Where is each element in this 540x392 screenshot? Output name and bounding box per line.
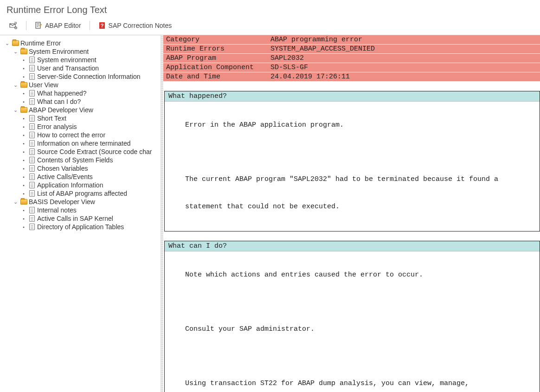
bullet-icon: ▪	[20, 174, 27, 180]
main-area: ⌄ Runtime Error ⌄ System Environment ▪Sy…	[0, 35, 540, 392]
tree-label: Internal notes	[37, 206, 77, 214]
bullet-icon: ▪	[20, 216, 27, 221]
text-line: Error in the ABAP application program.	[168, 121, 536, 130]
abap-editor-button[interactable]: ABAP Editor	[32, 21, 84, 30]
section-heading: What happened?	[165, 91, 540, 102]
tree-node-runtime-error[interactable]: ⌄ Runtime Error	[4, 39, 159, 47]
section-what-happened: What happened? Error in the ABAP applica…	[164, 91, 540, 231]
toolbar: ABAP Editor ? SAP Correction Notes	[0, 18, 540, 35]
tree-leaf-user-transaction[interactable]: ▪User and Transaction	[20, 64, 159, 72]
meta-label: Category	[163, 35, 268, 45]
mail-button[interactable]	[6, 21, 20, 30]
tree-leaf-system-fields[interactable]: ▪Contents of System Fields	[20, 156, 159, 164]
meta-value: ABAP programming error	[268, 35, 540, 45]
tree-leaf-system-environment[interactable]: ▪System environment	[20, 56, 159, 64]
tree-leaf-how-correct[interactable]: ▪How to correct the error	[20, 131, 159, 139]
bullet-icon: ▪	[20, 58, 27, 63]
table-row: Date and Time24.04.2019 17:26:11	[163, 72, 540, 82]
tree-label: Active Calls/Events	[37, 173, 93, 180]
document-icon	[28, 174, 36, 180]
table-row: ABAP ProgramSAPL2032	[163, 54, 540, 63]
tree-node-system-environment[interactable]: ⌄ System Environment	[12, 47, 159, 56]
bullet-icon: ▪	[20, 133, 27, 138]
folder-icon	[20, 48, 27, 55]
tree-label: System environment	[37, 56, 96, 64]
folder-icon	[20, 199, 27, 205]
document-icon	[28, 224, 36, 230]
document-icon	[28, 98, 36, 105]
tree-leaf-kernel-calls[interactable]: ▪Active Calls in SAP Kernel	[20, 214, 159, 223]
meta-value: 24.04.2019 17:26:11	[268, 72, 540, 82]
tree-node-basis-developer-view[interactable]: ⌄ BASIS Developer View	[12, 198, 159, 206]
text-line	[168, 298, 536, 307]
document-icon	[28, 115, 36, 122]
text-line: The current ABAP program "SAPL2032" had …	[168, 175, 536, 184]
tree-label: Information on where terminated	[37, 140, 131, 147]
tree-label: What happened?	[37, 90, 87, 97]
bullet-icon: ▪	[20, 225, 27, 230]
tree-leaf-app-tables[interactable]: ▪Directory of Application Tables	[20, 223, 159, 231]
tree-label: Source Code Extract (Source code char	[37, 148, 152, 155]
tree-leaf-internal-notes[interactable]: ▪Internal notes	[20, 206, 159, 214]
tree-label: User and Transaction	[37, 64, 99, 72]
tree-label: Chosen Variables	[37, 165, 88, 172]
tree-node-user-view[interactable]: ⌄ User View	[12, 81, 159, 89]
tree-leaf-info-terminated[interactable]: ▪Information on where terminated	[20, 139, 159, 148]
chevron-down-icon: ⌄	[12, 199, 19, 205]
document-icon	[28, 190, 36, 197]
help-note-icon: ?	[98, 22, 106, 29]
text-line: Note which actions and entries caused th…	[168, 270, 536, 280]
abap-editor-label: ABAP Editor	[45, 22, 81, 29]
tree-label: System Environment	[29, 48, 89, 55]
tree-leaf-active-calls[interactable]: ▪Active Calls/Events	[20, 173, 159, 181]
tree-leaf-what-can-i-do[interactable]: ▪What can I do?	[20, 97, 159, 106]
tree-leaf-server-connection[interactable]: ▪Server-Side Connection Information	[20, 72, 159, 81]
bullet-icon: ▪	[20, 191, 27, 196]
document-icon	[28, 123, 36, 130]
toolbar-separator	[26, 21, 26, 30]
tree-leaf-chosen-vars[interactable]: ▪Chosen Variables	[20, 164, 159, 173]
tree-label: Short Text	[37, 115, 66, 122]
tree-label: Error analysis	[37, 123, 77, 130]
meta-label: Application Component	[163, 63, 268, 72]
tree-leaf-source-extract[interactable]: ▪Source Code Extract (Source code char	[20, 148, 159, 156]
text-line	[168, 352, 536, 361]
tree-label: Active Calls in SAP Kernel	[37, 215, 113, 222]
nav-tree: ⌄ Runtime Error ⌄ System Environment ▪Sy…	[0, 35, 161, 392]
chevron-down-icon: ⌄	[12, 107, 19, 113]
bullet-icon: ▪	[20, 124, 27, 129]
tree-label: Application Information	[37, 181, 103, 189]
tree-node-abap-developer-view[interactable]: ⌄ ABAP Developer View	[12, 106, 159, 114]
table-row: Application ComponentSD-SLS-GF	[163, 63, 540, 72]
chevron-down-icon: ⌄	[4, 40, 10, 46]
tree-label: BASIS Developer View	[29, 198, 95, 206]
tree-label: Directory of Application Tables	[37, 223, 124, 231]
meta-label: Runtime Errors	[163, 45, 268, 54]
content-area: CategoryABAP programming error Runtime E…	[163, 35, 540, 392]
document-icon	[28, 182, 36, 188]
svg-point-0	[15, 27, 17, 29]
tree-label: Contents of System Fields	[37, 156, 113, 164]
document-icon	[28, 90, 36, 96]
tree-leaf-app-info[interactable]: ▪Application Information	[20, 181, 159, 189]
document-icon	[28, 215, 36, 222]
table-row: Runtime ErrorsSYSTEM_ABAP_ACCESS_DENIED	[163, 45, 540, 54]
folder-icon	[20, 107, 27, 113]
text-line: Consult your SAP administrator.	[168, 325, 536, 334]
tree-leaf-programs-affected[interactable]: ▪List of ABAP programs affected	[20, 189, 159, 198]
meta-label: Date and Time	[163, 72, 268, 82]
tree-label: ABAP Developer View	[29, 106, 93, 114]
bullet-icon: ▪	[20, 158, 27, 163]
error-meta-table: CategoryABAP programming error Runtime E…	[163, 35, 540, 82]
bullet-icon: ▪	[20, 166, 27, 171]
document-icon	[28, 157, 36, 163]
document-icon	[28, 65, 36, 71]
tree-label: How to correct the error	[37, 131, 105, 139]
tree-leaf-error-analysis[interactable]: ▪Error analysis	[20, 122, 159, 131]
tree-leaf-short-text[interactable]: ▪Short Text	[20, 114, 159, 122]
chevron-down-icon: ⌄	[12, 49, 19, 55]
document-icon	[28, 57, 36, 63]
sap-correction-notes-button[interactable]: ? SAP Correction Notes	[96, 21, 175, 30]
tree-leaf-what-happened[interactable]: ▪What happened?	[20, 89, 159, 97]
document-icon	[28, 140, 36, 147]
